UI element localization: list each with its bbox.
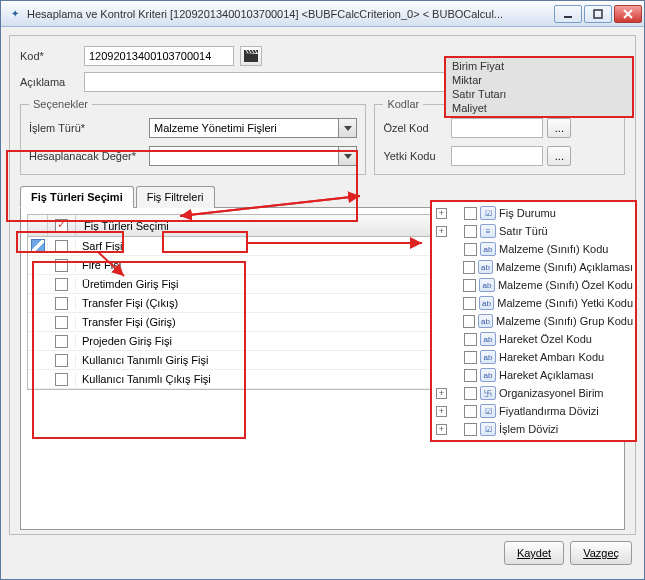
islem-turu-input[interactable] <box>149 118 339 138</box>
tree-item[interactable]: +☑Fiyatlandırma Dövizi <box>434 402 633 420</box>
dropdown-option[interactable]: Birim Fiyat <box>446 59 632 73</box>
tree-checkbox[interactable] <box>463 279 476 292</box>
titlebar[interactable]: ✦ Hesaplama ve Kontrol Kriteri [12092013… <box>1 1 644 27</box>
kodlar-legend: Kodlar <box>383 98 423 110</box>
hesap-deger-combo[interactable] <box>149 146 357 166</box>
tree-checkbox[interactable] <box>464 423 477 436</box>
expand-icon[interactable]: + <box>436 388 447 399</box>
row-checkbox[interactable] <box>55 278 68 291</box>
hesap-deger-input[interactable] <box>149 146 339 166</box>
tree-item[interactable]: abMalzeme (Sınıfı) Grup Kodu <box>434 312 633 330</box>
tree-item[interactable]: +☑Fiş Durumu <box>434 204 633 222</box>
maximize-button[interactable] <box>584 5 612 23</box>
tree-label: Hareket Ambarı Kodu <box>499 351 604 363</box>
svg-rect-1 <box>594 10 602 18</box>
expand-icon[interactable]: + <box>436 208 447 219</box>
tree-item[interactable]: abMalzeme (Sınıfı) Açıklaması <box>434 258 633 276</box>
tree-item[interactable]: abMalzeme (Sınıfı) Kodu <box>434 240 633 258</box>
tree-item[interactable]: abMalzeme (Sınıfı) Özel Kodu <box>434 276 633 294</box>
kod-input[interactable] <box>84 46 234 66</box>
hesap-deger-dropdown[interactable]: Birim FiyatMiktarSatır TutarıMaliyet <box>444 56 634 118</box>
dropdown-option[interactable]: Maliyet <box>446 101 632 115</box>
tree-label: Malzeme (Sınıfı) Kodu <box>499 243 608 255</box>
aciklama-label: Açıklama <box>20 76 78 88</box>
yetki-kodu-input[interactable] <box>451 146 543 166</box>
app-icon: ✦ <box>7 6 23 22</box>
tree-item[interactable]: abHareket Ambarı Kodu <box>434 348 633 366</box>
tree-type-icon: ab <box>480 350 496 364</box>
tree-checkbox[interactable] <box>464 243 477 256</box>
row-checkbox[interactable] <box>55 316 68 329</box>
window: ✦ Hesaplama ve Kontrol Kriteri [12092013… <box>0 0 645 580</box>
row-checkbox[interactable] <box>55 354 68 367</box>
tree-item[interactable]: abMalzeme (Sınıfı) Yetki Kodu <box>434 294 633 312</box>
tree-item[interactable]: abHareket Açıklaması <box>434 366 633 384</box>
secenekler-legend: Seçenekler <box>29 98 92 110</box>
tree-label: Hareket Özel Kodu <box>499 333 592 345</box>
yetki-kodu-browse-button[interactable]: ... <box>547 146 571 166</box>
tree-type-icon: ab <box>479 278 495 292</box>
chevron-down-icon[interactable] <box>339 118 357 138</box>
tree-checkbox[interactable] <box>464 351 477 364</box>
tree-label: Fiş Durumu <box>499 207 556 219</box>
clapper-button[interactable] <box>240 46 262 66</box>
row-checkbox[interactable] <box>55 373 68 386</box>
islem-turu-combo[interactable] <box>149 118 357 138</box>
minimize-button[interactable] <box>554 5 582 23</box>
tree-label: Satır Türü <box>499 225 548 237</box>
tree-label: Malzeme (Sınıfı) Grup Kodu <box>496 315 633 327</box>
tree-item[interactable]: +≡Satır Türü <box>434 222 633 240</box>
tree-item[interactable]: +卐Organizasyonel Birim <box>434 384 633 402</box>
tree-type-icon: ab <box>479 296 494 310</box>
tab-fis-turleri[interactable]: Fiş Türleri Seçimi <box>20 186 134 208</box>
tree-checkbox[interactable] <box>464 369 477 382</box>
tree-type-icon: ☑ <box>480 404 496 418</box>
tree-checkbox[interactable] <box>463 297 476 310</box>
window-title: Hesaplama ve Kontrol Kriteri [1209201340… <box>27 8 554 20</box>
tree-checkbox[interactable] <box>464 207 477 220</box>
tree-type-icon: ab <box>480 242 496 256</box>
row-checkbox[interactable] <box>55 259 68 272</box>
tree-checkbox[interactable] <box>464 333 477 346</box>
kod-label: Kod* <box>20 50 78 62</box>
ozel-kod-browse-button[interactable]: ... <box>547 118 571 138</box>
tree-checkbox[interactable] <box>464 387 477 400</box>
tree-label: Malzeme (Sınıfı) Açıklaması <box>496 261 633 273</box>
tree-label: Organizasyonel Birim <box>499 387 604 399</box>
expand-icon[interactable]: + <box>436 406 447 417</box>
tree-type-icon: ab <box>480 368 496 382</box>
tree-checkbox[interactable] <box>464 405 477 418</box>
tree-label: Hareket Açıklaması <box>499 369 594 381</box>
tree-item[interactable]: +☑İşlem Dövizi <box>434 420 633 438</box>
dropdown-option[interactable]: Miktar <box>446 73 632 87</box>
tree-label: Malzeme (Sınıfı) Özel Kodu <box>498 279 633 291</box>
cancel-button[interactable]: Vazgeç <box>570 541 632 565</box>
dropdown-option[interactable]: Satır Tutarı <box>446 87 632 101</box>
save-button[interactable]: Kaydet <box>504 541 564 565</box>
tree-type-icon: ab <box>478 314 493 328</box>
chevron-down-icon[interactable] <box>339 146 357 166</box>
row-checkbox[interactable] <box>55 240 68 253</box>
row-indicator-icon <box>31 239 45 253</box>
ozel-kod-label: Özel Kod <box>383 122 451 134</box>
tree-checkbox[interactable] <box>463 315 475 328</box>
tree-item[interactable]: abHareket Özel Kodu <box>434 330 633 348</box>
tree-type-icon: 卐 <box>480 386 496 400</box>
yetki-kodu-label: Yetki Kodu <box>383 150 451 162</box>
tab-fis-filtreleri[interactable]: Fiş Filtreleri <box>136 186 215 208</box>
expand-icon[interactable]: + <box>436 226 447 237</box>
tree-checkbox[interactable] <box>463 261 475 274</box>
row-checkbox[interactable] <box>55 335 68 348</box>
expand-icon[interactable]: + <box>436 424 447 435</box>
tree-checkbox[interactable] <box>464 225 477 238</box>
row-checkbox[interactable] <box>55 297 68 310</box>
hesap-deger-label: Hesaplanacak Değer* <box>29 150 149 162</box>
tree-label: Fiyatlandırma Dövizi <box>499 405 599 417</box>
secenekler-fieldset: Seçenekler İşlem Türü* Hesaplanacak Değe… <box>20 98 366 175</box>
filter-tree[interactable]: +☑Fiş Durumu+≡Satır TürüabMalzeme (Sınıf… <box>430 200 637 442</box>
select-all-checkbox[interactable] <box>55 219 68 232</box>
svg-rect-4 <box>244 54 258 62</box>
ozel-kod-input[interactable] <box>451 118 543 138</box>
close-button[interactable] <box>614 5 642 23</box>
islem-turu-label: İşlem Türü* <box>29 122 149 134</box>
